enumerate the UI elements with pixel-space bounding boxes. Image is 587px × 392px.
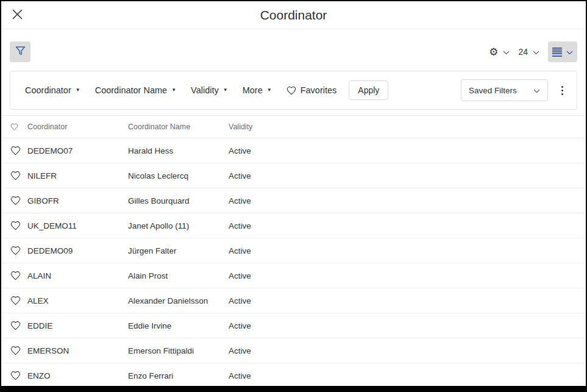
- cell-coordinator-name: Alexander Danielsson: [128, 296, 229, 305]
- table-row[interactable]: ALEX Alexander Danielsson Active: [1, 288, 586, 313]
- table-row[interactable]: NILEFR Nicolas Leclercq Active: [1, 163, 586, 188]
- gear-icon: ⚙: [489, 47, 498, 57]
- caret-down-icon: ▼: [267, 88, 272, 93]
- cell-validity: Active: [229, 146, 586, 155]
- column-header-coordinator-name[interactable]: Coordinator Name: [128, 123, 229, 131]
- table-row[interactable]: GIBOFR Gilles Bourquard Active: [1, 188, 586, 213]
- table-row[interactable]: EDDIE Eddie Irvine Active: [1, 313, 586, 338]
- cell-coordinator: ENZO: [27, 371, 128, 380]
- x-icon: [12, 9, 23, 22]
- coordinator-window: Coordinator ⚙ 24: [0, 0, 587, 392]
- favorite-heart-icon[interactable]: [10, 196, 27, 205]
- table-body: DEDEMO07 Harald Hess Active NILEFR Nicol…: [1, 138, 586, 388]
- favorite-heart-icon[interactable]: [10, 246, 27, 255]
- chevron-down-icon: [566, 48, 573, 57]
- filter-panel: ⚙ 24: [1, 29, 586, 116]
- cell-coordinator: ALAIN: [27, 271, 128, 280]
- top-toolbar: ⚙ 24: [1, 29, 586, 68]
- cell-coordinator: NILEFR: [27, 171, 128, 180]
- row-density-button[interactable]: [548, 41, 577, 62]
- funnel-icon: [15, 46, 26, 58]
- column-header-validity[interactable]: Validity: [229, 123, 586, 131]
- filter-dropdown-more[interactable]: More▼: [243, 85, 272, 95]
- caret-down-icon: ▼: [223, 88, 228, 93]
- cell-validity: Active: [229, 221, 586, 230]
- toolbar-right-group: ⚙ 24: [489, 41, 577, 62]
- cell-coordinator: ALEX: [27, 296, 128, 305]
- cell-validity: Active: [229, 271, 586, 280]
- column-header-coordinator[interactable]: Coordinator: [27, 123, 128, 131]
- favorite-heart-icon[interactable]: [10, 146, 27, 155]
- title-bar: Coordinator: [1, 1, 586, 29]
- table-row[interactable]: DEDEMO09 Jürgen Falter Active: [1, 238, 586, 263]
- cell-coordinator-name: Harald Hess: [128, 146, 229, 155]
- filter-dropdown-label: Validity: [191, 85, 219, 95]
- cell-coordinator: DEDEMO07: [27, 146, 128, 155]
- cell-coordinator: EMERSON: [27, 346, 128, 355]
- cell-coordinator-name: Gilles Bourquard: [128, 196, 229, 205]
- cell-validity: Active: [229, 371, 586, 380]
- filter-dropdowns: Coordinator▼Coordinator Name▼Validity▼Mo…: [25, 85, 272, 95]
- caret-down-icon: ▼: [171, 88, 176, 93]
- page-size-selector[interactable]: 24: [518, 46, 539, 57]
- cell-coordinator-name: Nicolas Leclercq: [128, 171, 229, 180]
- cell-coordinator-name: Janet Apollo (11): [128, 221, 229, 230]
- filter-dropdown-coordinator-name[interactable]: Coordinator Name▼: [95, 85, 176, 95]
- kebab-menu-icon[interactable]: [558, 84, 567, 98]
- cell-validity: Active: [229, 346, 586, 355]
- cell-coordinator-name: Enzo Ferrari: [128, 371, 229, 380]
- filter-dropdown-label: Coordinator Name: [95, 85, 167, 95]
- filter-toggle-button[interactable]: [10, 41, 30, 62]
- cell-coordinator: UK_DEMO11: [27, 221, 128, 230]
- page-size-value: 24: [518, 47, 528, 57]
- filter-dropdown-label: More: [243, 85, 263, 95]
- settings-menu-button[interactable]: ⚙: [489, 46, 510, 57]
- favorite-heart-icon[interactable]: [10, 346, 27, 355]
- favorite-heart-icon[interactable]: [10, 271, 27, 280]
- favorite-heart-icon[interactable]: [10, 221, 27, 230]
- cell-validity: Active: [229, 246, 586, 255]
- favorites-filter[interactable]: Favorites: [286, 85, 337, 95]
- page-title: Coordinator: [1, 8, 586, 23]
- chevron-down-icon: [533, 86, 540, 95]
- cell-validity: Active: [229, 171, 586, 180]
- cell-coordinator-name: Jürgen Falter: [128, 246, 229, 255]
- table-row[interactable]: EMERSON Emerson Fittipaldi Active: [1, 338, 586, 363]
- filter-dropdown-label: Coordinator: [25, 85, 71, 95]
- apply-button[interactable]: Apply: [349, 80, 388, 100]
- saved-filters-select[interactable]: Saved Filters: [461, 79, 548, 101]
- table-row[interactable]: UK_DEMO11 Janet Apollo (11) Active: [1, 213, 586, 238]
- saved-filters-value: Saved Filters: [469, 86, 517, 95]
- favorite-heart-icon[interactable]: [10, 371, 27, 380]
- table-row[interactable]: DEDEMO07 Harald Hess Active: [1, 138, 586, 163]
- caret-down-icon: ▼: [76, 88, 80, 93]
- favorites-label: Favorites: [301, 85, 337, 95]
- cell-coordinator: GIBOFR: [27, 196, 128, 205]
- table-row[interactable]: ALAIN Alain Prost Active: [1, 263, 586, 288]
- favorite-heart-icon[interactable]: [10, 171, 27, 180]
- cell-coordinator: DEDEMO09: [27, 246, 128, 255]
- table-header: Coordinator Coordinator Name Validity: [1, 116, 586, 138]
- filter-right-group: Saved Filters: [461, 79, 567, 101]
- rows-icon: [552, 48, 562, 57]
- filter-dropdown-coordinator[interactable]: Coordinator▼: [25, 85, 80, 95]
- cell-coordinator-name: Alain Prost: [128, 271, 229, 280]
- cell-validity: Active: [229, 321, 586, 330]
- favorite-heart-icon[interactable]: [10, 296, 27, 305]
- favorite-column-heart-icon[interactable]: [10, 123, 27, 130]
- filter-bar: Coordinator▼Coordinator Name▼Validity▼Mo…: [10, 71, 577, 110]
- chevron-down-icon: [533, 46, 539, 57]
- cell-validity: Active: [229, 196, 586, 205]
- heart-outline-icon: [286, 86, 296, 95]
- favorite-heart-icon[interactable]: [10, 321, 27, 330]
- chevron-down-icon: [503, 46, 510, 57]
- cell-validity: Active: [229, 296, 586, 305]
- table-row[interactable]: ENZO Enzo Ferrari Active: [1, 363, 586, 388]
- cell-coordinator-name: Emerson Fittipaldi: [128, 346, 229, 355]
- cell-coordinator-name: Eddie Irvine: [128, 321, 229, 330]
- close-button[interactable]: [9, 7, 26, 24]
- cell-coordinator: EDDIE: [27, 321, 128, 330]
- filter-dropdown-validity[interactable]: Validity▼: [191, 85, 228, 95]
